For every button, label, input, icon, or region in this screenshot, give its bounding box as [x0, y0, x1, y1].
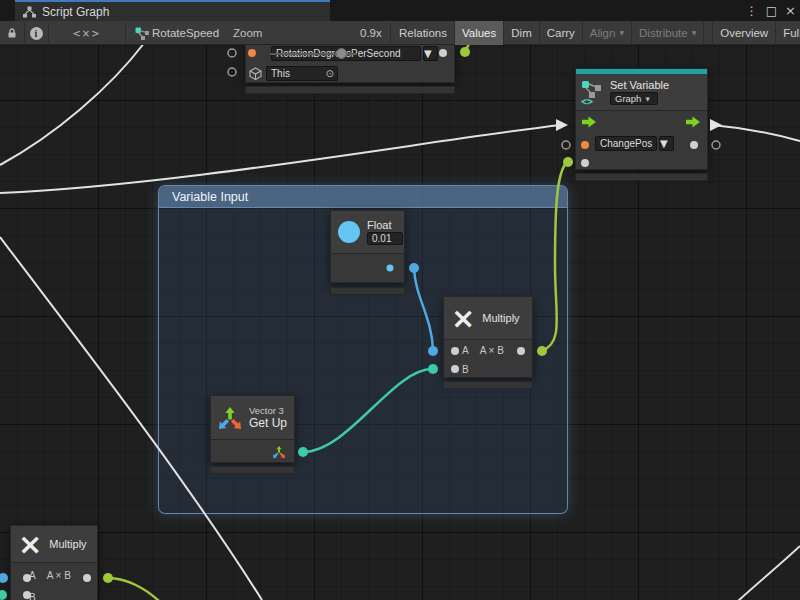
scope-value: Graph	[611, 93, 645, 104]
info-icon: i	[30, 27, 43, 40]
set-variable-name-dropdown[interactable]: ChangePos	[595, 136, 657, 151]
zoom-value: 0.9x	[360, 21, 382, 45]
port-b-label[interactable]: B	[462, 364, 469, 375]
set-variable-name: ChangePos	[596, 138, 656, 149]
vector3-output-port-icon[interactable]	[272, 445, 286, 459]
get-up-type-label: Vector 3	[249, 405, 287, 416]
set-variable-caret[interactable]: ▼	[659, 136, 674, 151]
object-picker-icon[interactable]: ⊙	[326, 68, 337, 79]
maximize-icon[interactable]: □	[766, 4, 777, 18]
button-full-screen[interactable]: Full Screen	[776, 21, 800, 45]
port-a-label[interactable]: A	[29, 570, 36, 581]
code-view-button[interactable]: <×>	[48, 21, 125, 45]
graph-toolbar: i <×> RotateSpeed Zoom 0.9x	[0, 21, 800, 45]
zoom-label: Zoom	[233, 21, 262, 45]
float-output-row	[331, 254, 404, 283]
get-variable-target-field[interactable]: This ⊙	[266, 66, 338, 81]
unity-visual-scripting-window: Variable Input RotationDegreesPerSecond …	[0, 0, 800, 600]
button-overview[interactable]: Overview	[712, 21, 776, 45]
graph-name-label[interactable]: RotateSpeed	[152, 21, 219, 45]
node-set-variable-footer	[575, 173, 708, 181]
set-variable-title: Set Variable	[610, 79, 669, 91]
float-type-label: Float	[367, 219, 403, 231]
button-distribute[interactable]: Distribute▼	[632, 21, 704, 45]
node-multiply-group-footer	[443, 381, 533, 389]
port-result-label[interactable]: A × B	[47, 570, 71, 581]
tab-script-graph[interactable]: Script Graph	[15, 0, 330, 21]
float-type-icon	[338, 221, 360, 243]
button-relations[interactable]: Relations	[392, 21, 455, 45]
chevron-down-icon: ▼	[619, 30, 624, 36]
button-carry[interactable]: Carry	[540, 21, 583, 45]
set-variable-scope-dropdown[interactable]: Graph ▼	[610, 92, 658, 105]
set-variable-value-row	[576, 154, 707, 170]
vector3-icon	[217, 405, 243, 431]
script-graph-icon	[23, 6, 36, 18]
info-button[interactable]: i	[24, 21, 48, 45]
port-result-label[interactable]: A × B	[480, 345, 504, 356]
zoom-slider-handle[interactable]	[336, 48, 347, 59]
flow-output-arrow-icon[interactable]	[686, 116, 701, 128]
current-graph-icon	[130, 21, 154, 45]
button-dim[interactable]: Dim	[504, 21, 539, 45]
multiply-title: Multiply	[49, 538, 86, 550]
scope-caret-icon: ▼	[645, 96, 651, 102]
node-set-variable[interactable]: <> Set Variable Graph ▼ ChangePos ▼	[575, 68, 708, 170]
menu-icon[interactable]: ⋮	[746, 4, 758, 18]
multiply-icon: ×	[18, 530, 42, 559]
button-values[interactable]: Values	[455, 21, 504, 45]
node-multiply-group[interactable]: × Multiply A A × B B	[443, 296, 533, 378]
port-b-label[interactable]: B	[29, 592, 36, 600]
node-get-variable-footer	[245, 86, 455, 94]
lock-button[interactable]	[0, 21, 24, 45]
flow-input-arrow-icon[interactable]	[582, 116, 597, 128]
get-up-title: Get Up	[249, 416, 287, 430]
float-value: 0.01	[368, 233, 395, 244]
float-value-input[interactable]: 0.01	[367, 232, 403, 245]
node-get-up[interactable]: Vector 3 Get Up	[210, 395, 295, 463]
node-multiply-bottom[interactable]: × Multiply A A × B B	[10, 525, 98, 600]
node-float-literal-footer	[330, 287, 405, 295]
code-icon: <×>	[72, 28, 100, 39]
tab-title: Script Graph	[42, 5, 109, 19]
target-value: This	[267, 68, 326, 79]
chevron-down-icon: ▼	[692, 30, 697, 36]
button-align[interactable]: Align▼	[583, 21, 632, 45]
group-header[interactable]: Variable Input	[159, 186, 567, 208]
gameobject-cube-icon	[249, 67, 262, 80]
get-variable-caret[interactable]: ▼	[423, 46, 438, 61]
multiply-title: Multiply	[482, 312, 519, 324]
tab-bar: Script Graph ⋮ □ ×	[0, 0, 800, 21]
set-variable-icon: <>	[581, 79, 605, 106]
multiply-icon: ×	[451, 304, 475, 333]
node-get-up-footer	[210, 466, 295, 474]
port-a-label[interactable]: A	[462, 345, 469, 356]
lock-icon	[6, 27, 18, 39]
svg-text:<>: <>	[581, 96, 593, 106]
node-float-literal[interactable]: Float 0.01	[330, 210, 405, 283]
node-get-variable[interactable]: RotationDegreesPerSecond ▼ This ⊙	[245, 41, 455, 83]
group-title: Variable Input	[172, 190, 248, 204]
close-icon[interactable]: ×	[785, 3, 796, 18]
